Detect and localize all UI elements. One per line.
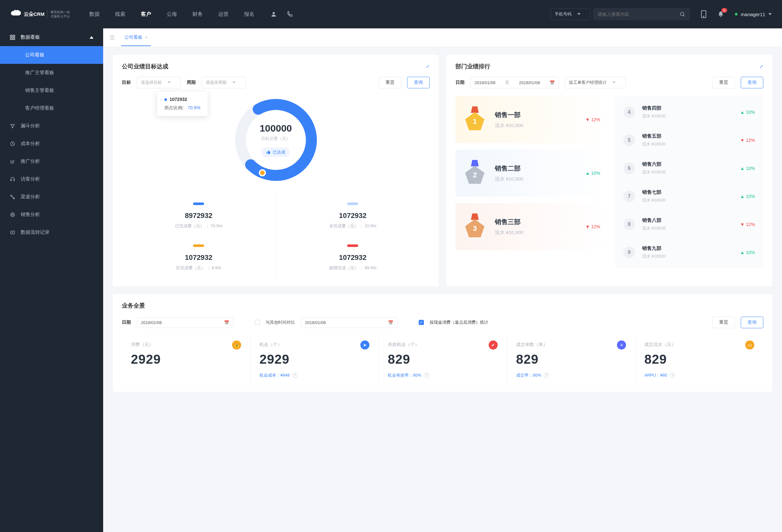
search-field-select[interactable]: 手机号码 [550, 8, 591, 20]
phone-icon[interactable] [287, 11, 293, 17]
calendar-icon: 📅 [388, 320, 393, 325]
query-button[interactable]: 查询 [741, 77, 763, 88]
medal-bronze-icon: 3 [463, 212, 487, 241]
svg-point-18 [259, 170, 265, 176]
period-select[interactable]: 请选择周期 [202, 77, 246, 88]
sidebar-sub-sales-mgr[interactable]: 销售主管看板 [0, 81, 103, 99]
ov-deals: 成交单数（单） ≡ 829 成交率：80%? [507, 336, 635, 384]
search-icon[interactable] [679, 11, 685, 17]
search-input[interactable] [598, 11, 679, 17]
reset-button[interactable]: 重置 [379, 77, 401, 88]
compare-label: 与其他时间对比 [265, 320, 295, 325]
svg-point-1 [680, 12, 684, 16]
podium-3: 3 销售三部流水 ¥10,900 ▼ 12% [456, 203, 608, 250]
ring-sub: 目标总量（元） [259, 136, 292, 142]
brand-tag1: 教育机构一站 [50, 10, 70, 14]
sidebar-group-dashboard[interactable]: 数据看板 [0, 28, 103, 46]
channel-icon [10, 194, 15, 200]
stat-checkbox[interactable]: ✓ [419, 320, 424, 325]
query-button[interactable]: 查询 [407, 77, 430, 88]
sidebar-item-cost[interactable]: 成本分析 [0, 135, 103, 152]
nav-ops[interactable]: 运营 [218, 8, 228, 20]
nav-signup[interactable]: 报名 [244, 8, 254, 20]
svg-rect-7 [13, 38, 15, 39]
date-input-2[interactable]: 2018/01/08📅 [301, 317, 397, 328]
svg-text:2: 2 [473, 171, 477, 179]
svg-point-3 [703, 16, 704, 17]
rank-row: 6销售六部流水 ¥19020▲ 10% [615, 154, 763, 182]
sidebar-sub-cust-mgr[interactable]: 客户经理看板 [0, 99, 103, 117]
scope-select[interactable]: 按工单客户经理统计 [565, 77, 626, 88]
sidebar: 数据看板 公司看板 推广主管看板 销售主管看板 客户经理看板 漏斗分析 成本分析… [0, 28, 103, 532]
list-icon: ≡ [617, 341, 626, 350]
calendar-icon: 📅 [549, 80, 555, 85]
ov-opp: 机会（个） ➤ 2929 机会成本：¥948? [250, 336, 379, 384]
compare-checkbox[interactable] [255, 320, 260, 325]
trend-down-icon: ▼ 12% [585, 224, 600, 229]
trend-down-icon: ▼ 12% [585, 117, 600, 122]
sidebar-item-channel[interactable]: 渠道分析 [0, 188, 103, 206]
rank-row: 8销售八部流水 ¥19020▼ 12% [615, 210, 763, 238]
svg-rect-15 [11, 231, 14, 234]
svg-rect-10 [13, 179, 14, 181]
reset-button[interactable]: 重置 [712, 317, 735, 328]
sidebar-item-promo[interactable]: 推广分析 [0, 152, 103, 170]
mobile-icon[interactable] [701, 10, 707, 19]
expand-icon[interactable]: ⤢ [426, 64, 430, 69]
sidebar-sub-promo-mgr[interactable]: 推广主管看板 [0, 64, 103, 81]
card-icon: ▭ [745, 341, 754, 350]
overview-title: 业务全景 [122, 302, 763, 310]
close-icon[interactable]: × [145, 35, 148, 40]
nav-customers[interactable]: 客户 [141, 8, 151, 20]
nav-pool[interactable]: 公海 [167, 8, 177, 20]
sidebar-sub-company[interactable]: 公司看板 [0, 46, 103, 64]
chart-tooltip: 1072932 所占比例:70.9% [157, 92, 208, 116]
logo-icon [10, 10, 21, 19]
nav-leads[interactable]: 线索 [115, 8, 126, 20]
date-range-input[interactable]: 2018/01/08 至 2018/01/08 📅 [470, 77, 559, 88]
calendar-icon: 📅 [224, 320, 229, 325]
status-dot-icon [735, 13, 738, 15]
tabs-bar: ☰ 公司看板 × [103, 28, 782, 47]
reset-button[interactable]: 重置 [712, 77, 735, 88]
dashboard-icon [10, 35, 15, 40]
logo: 云朵CRM 教育机构一站 式服务云平台 [10, 10, 70, 19]
menu-toggle-icon[interactable]: ☰ [110, 34, 115, 41]
send-icon: ➤ [360, 341, 369, 350]
top-nav: 云朵CRM 教育机构一站 式服务云平台 数据 线索 客户 公海 财务 运营 报名… [0, 0, 782, 28]
sidebar-item-visitor[interactable]: 访客分析 [0, 170, 103, 188]
help-icon[interactable]: ? [424, 373, 429, 378]
svg-point-0 [273, 12, 275, 14]
nav-finance[interactable]: 财务 [192, 8, 203, 20]
query-button[interactable]: 查询 [741, 317, 763, 328]
medal-silver-icon: 2 [463, 158, 487, 188]
podium-2: 2 销售二部流水 ¥10,900 ▲ 10% [456, 150, 608, 197]
rank-title: 部门业绩排行 [456, 63, 490, 70]
help-icon[interactable]: ? [670, 373, 675, 378]
svg-rect-6 [10, 38, 12, 39]
rank-row: 9销售九部流水 ¥19020▲ 10% [615, 238, 763, 266]
chevron-up-icon [90, 36, 94, 39]
sidebar-item-funnel[interactable]: 漏斗分析 [0, 117, 103, 135]
sidebar-item-flow[interactable]: 数据流转记录 [0, 223, 103, 241]
search-box [593, 8, 690, 20]
nav-data[interactable]: 数据 [89, 8, 100, 20]
notif-badge: 5 [721, 8, 727, 12]
chevron-down-icon [769, 13, 772, 15]
date-input-1[interactable]: 2018/01/08📅 [137, 317, 234, 328]
person-icon[interactable] [271, 11, 277, 17]
target-select[interactable]: 请选择目标 [137, 77, 181, 88]
overview-card: 业务全景 日期 2018/01/08📅 与其他时间对比 2018/01/08📅 … [113, 294, 772, 392]
expand-icon[interactable]: ⤢ [759, 64, 763, 69]
tab-company-board[interactable]: 公司看板 × [121, 29, 151, 46]
sidebar-item-sales[interactable]: 销售分析 [0, 206, 103, 223]
notifications-button[interactable]: 5 [717, 11, 724, 18]
help-icon[interactable]: ? [544, 373, 549, 378]
goal-title: 公司业绩目标达成 [122, 63, 168, 70]
bag-icon: 💰 [232, 341, 241, 350]
rank-row: 4销售四部流水 ¥19020▲ 10% [615, 98, 763, 126]
help-icon[interactable]: ? [292, 373, 297, 378]
date-label: 日期 [122, 320, 131, 325]
ring-tag: 已达成 [262, 147, 290, 157]
user-menu[interactable]: manager11 [735, 11, 772, 17]
